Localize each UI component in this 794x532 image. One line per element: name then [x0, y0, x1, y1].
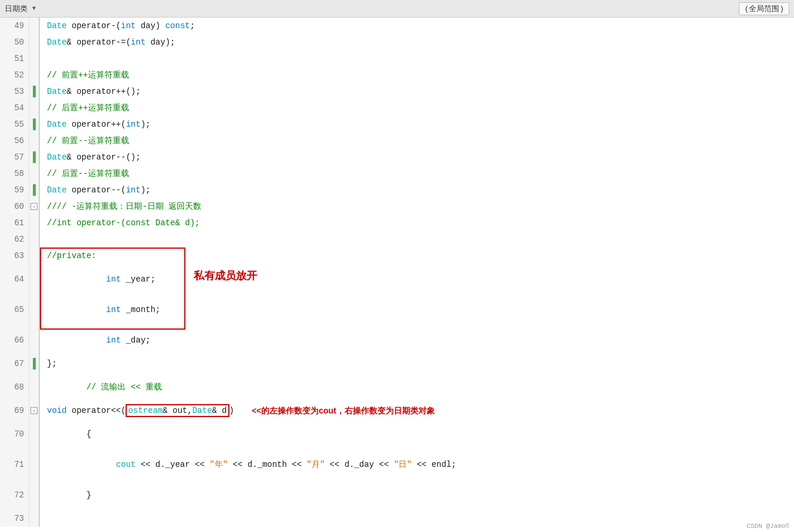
line-number: 59 — [0, 182, 29, 198]
collapse-button-69[interactable]: - — [31, 407, 38, 414]
code-text — [40, 50, 794, 67]
code-text: //private: — [40, 248, 794, 264]
line-number: 71 — [0, 449, 29, 480]
line-number: 72 — [0, 480, 29, 510]
line-number: 56 — [0, 133, 29, 149]
code-line-51: 51 — [0, 50, 794, 67]
code-text: // 前置--运算符重载 — [40, 133, 794, 149]
line-number: 68 — [0, 372, 29, 402]
gutter — [29, 325, 40, 355]
code-text: //int operator-(const Date& d); — [40, 215, 794, 231]
scope-text: (全局范围) — [744, 5, 784, 13]
code-line-71: 71 cout << d._year << "年" << d._month <<… — [0, 449, 794, 480]
gutter — [29, 100, 40, 116]
code-line-59: 59 Date operator--(int); — [0, 182, 794, 198]
code-text: Date& operator-=(int day); — [40, 34, 794, 50]
line-number: 66 — [0, 325, 29, 355]
code-line-67: 67 }; — [0, 355, 794, 372]
line-number: 57 — [0, 149, 29, 165]
line-number: 64 — [0, 264, 29, 294]
code-text: // 流输出 << 重载 — [40, 372, 794, 402]
line-number: 50 — [0, 34, 29, 50]
code-text: // 后置++运算符重载 — [40, 100, 794, 116]
code-line-56: 56 // 前置--运算符重载 — [0, 133, 794, 149]
gutter — [29, 419, 40, 449]
line-number: 61 — [0, 215, 29, 231]
code-text: { — [40, 419, 794, 449]
line-number: 60 — [0, 198, 29, 215]
gutter — [29, 50, 40, 67]
top-bar: 日期类 ▼ (全局范围) — [0, 0, 794, 18]
red-box-region: 私有成员放开 63 //private: 64 int _year; 65 in… — [0, 248, 794, 372]
line-number: 67 — [0, 355, 29, 372]
gutter — [29, 34, 40, 50]
line69-annotation: <<的左操作数变为cout，右操作数变为日期类对象 — [252, 404, 435, 418]
code-line-60: 60 - //// -运算符重载：日期-日期 返回天数 — [0, 198, 794, 215]
line-number: 53 — [0, 83, 29, 100]
code-area: 49 Date operator-(int day) const; 50 Dat… — [0, 18, 794, 532]
code-line-68: 68 // 流输出 << 重载 — [0, 372, 794, 402]
code-line-64: 64 int _year; — [0, 264, 794, 294]
code-text: int _year; — [40, 264, 794, 294]
code-line-66: 66 int _day; — [0, 325, 794, 355]
code-text: Date operator--(int); — [40, 182, 794, 198]
line-number: 69 — [0, 402, 29, 419]
gutter: - — [29, 402, 40, 419]
line-number: 52 — [0, 67, 29, 83]
code-text: Date& operator++(); — [40, 83, 794, 100]
line-number: 49 — [0, 18, 29, 34]
code-line-53: 53 Date& operator++(); — [0, 83, 794, 100]
gutter — [29, 18, 40, 34]
code-line-62: 62 — [0, 231, 794, 248]
code-text: Date operator++(int); — [40, 116, 794, 133]
code-line-58: 58 // 后置--运算符重载 — [0, 165, 794, 182]
gutter — [29, 83, 40, 100]
code-text: Date& operator--(); — [40, 149, 794, 165]
title-text: 日期类 — [5, 4, 28, 14]
gutter — [29, 182, 40, 198]
code-line-55: 55 Date operator++(int); — [0, 116, 794, 133]
code-line-69: 69 - void operator<<(ostream& out,Date& … — [0, 402, 794, 419]
code-text: // 后置--运算符重载 — [40, 165, 794, 182]
code-text: int _month; — [40, 294, 794, 325]
gutter — [29, 480, 40, 510]
line-number: 73 — [0, 510, 29, 527]
gutter — [29, 355, 40, 372]
gutter — [29, 215, 40, 231]
code-line-50: 50 Date& operator-=(int day); — [0, 34, 794, 50]
code-text: }; — [40, 355, 794, 372]
code-line-72: 72 } — [0, 480, 794, 510]
code-text: void operator<<(ostream& out,Date& d) <<… — [40, 402, 794, 419]
gutter — [29, 372, 40, 402]
gutter: - — [29, 198, 40, 215]
code-text: //// -运算符重载：日期-日期 返回天数 — [40, 198, 794, 215]
top-bar-title[interactable]: 日期类 ▼ — [5, 4, 734, 14]
line-number: 65 — [0, 294, 29, 325]
code-line-52: 52 // 前置++运算符重载 — [0, 67, 794, 83]
scope-selector[interactable]: (全局范围) — [739, 2, 789, 15]
line-number: 62 — [0, 231, 29, 248]
code-line-49: 49 Date operator-(int day) const; — [0, 18, 794, 34]
code-text: cout << d._year << "年" << d._month << "月… — [40, 449, 794, 480]
code-text: } — [40, 480, 794, 510]
gutter — [29, 510, 40, 527]
line-number: 63 — [0, 248, 29, 264]
gutter — [29, 231, 40, 248]
gutter — [29, 165, 40, 182]
code-text — [40, 231, 794, 248]
code-line-73: 73 — [0, 510, 794, 527]
line-number: 58 — [0, 165, 29, 182]
gutter — [29, 116, 40, 133]
code-line-57: 57 Date& operator--(); — [0, 149, 794, 165]
gutter — [29, 133, 40, 149]
gutter — [29, 67, 40, 83]
collapse-button[interactable]: - — [31, 203, 38, 210]
gutter — [29, 294, 40, 325]
line-number: 70 — [0, 419, 29, 449]
code-line-54: 54 // 后置++运算符重载 — [0, 100, 794, 116]
code-text: Date operator-(int day) const; — [40, 18, 794, 34]
code-text: // 前置++运算符重载 — [40, 67, 794, 83]
private-annotation-label: 私有成员放开 — [194, 269, 257, 283]
code-line-70: 70 { — [0, 419, 794, 449]
gutter — [29, 248, 40, 264]
